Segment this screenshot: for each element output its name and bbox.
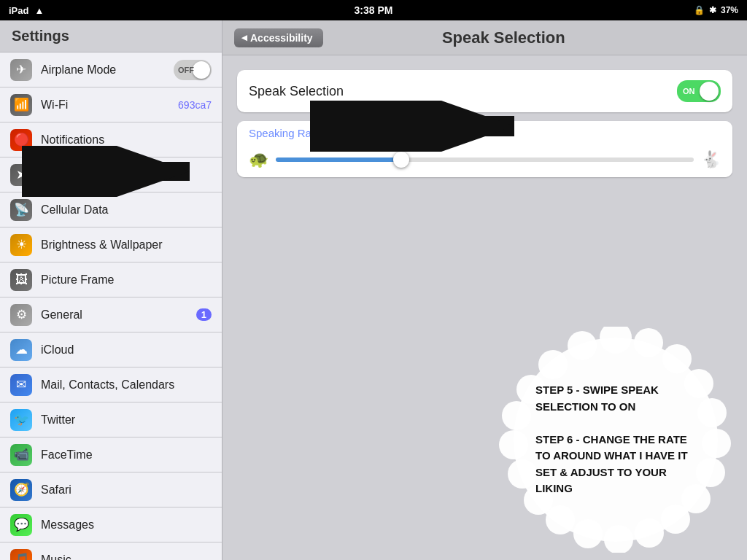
general-icon: ⚙ <box>10 304 32 326</box>
main-layout: Settings ✈ Airplane Mode OFF 📶 Wi-Fi 693… <box>0 20 747 560</box>
sidebar: Settings ✈ Airplane Mode OFF 📶 Wi-Fi 693… <box>0 20 222 560</box>
back-button[interactable]: Accessibility <box>234 28 323 47</box>
status-bar: iPad ▲ 3:38 PM 🔒 ✱ 37% <box>0 0 747 20</box>
speak-selection-row: Speak Selection ON <box>237 70 732 112</box>
bluetooth-icon: ✱ <box>709 5 716 15</box>
page-title: Speak Selection <box>330 28 677 47</box>
sidebar-item-brightness[interactable]: ☀ Brightness & Wallpaper <box>0 228 222 262</box>
sidebar-item-icloud[interactable]: ☁ iCloud <box>0 332 222 368</box>
speak-selection-card: Speak Selection ON <box>237 70 732 112</box>
general-badge: 1 <box>196 308 212 321</box>
status-right: 🔒 ✱ 37% <box>694 5 738 15</box>
safari-icon: 🧭 <box>10 479 32 501</box>
picture-frame-label: Picture Frame <box>41 273 212 287</box>
speak-selection-toggle[interactable]: ON <box>677 80 721 102</box>
rabbit-icon: 🐇 <box>701 150 721 169</box>
svg-point-18 <box>502 401 531 430</box>
svg-point-3 <box>634 328 663 357</box>
content-body: Speak Selection ON Speaking Rate 🐢 🐇 <box>222 55 747 560</box>
mail-icon: ✉ <box>10 374 32 396</box>
location-icon: ➤ <box>10 164 32 186</box>
speaking-rate-label: Speaking Rate <box>237 121 732 142</box>
speak-selection-label: Speak Selection <box>249 84 668 99</box>
sidebar-item-safari[interactable]: 🧭 Safari <box>0 472 222 508</box>
facetime-icon: 📹 <box>10 444 32 466</box>
status-time: 3:38 PM <box>355 4 393 16</box>
sidebar-header: Settings <box>0 20 222 52</box>
sidebar-item-location[interactable]: ➤ Location Services <box>0 158 222 192</box>
airplane-label: Airplane Mode <box>41 63 165 77</box>
mail-label: Mail, Contacts, Calendars <box>41 378 212 392</box>
svg-point-21 <box>568 331 597 360</box>
messages-label: Messages <box>41 518 212 532</box>
facetime-label: FaceTime <box>41 448 212 462</box>
sidebar-item-facetime[interactable]: 📹 FaceTime <box>0 438 222 472</box>
brightness-icon: ☀ <box>10 234 32 256</box>
twitter-icon: 🐦 <box>10 409 32 431</box>
svg-point-10 <box>661 505 690 534</box>
device-label: iPad <box>9 5 28 16</box>
svg-point-11 <box>635 518 664 548</box>
cellular-label: Cellular Data <box>41 203 212 217</box>
svg-point-14 <box>546 505 575 534</box>
location-label: Location Services <box>41 168 212 182</box>
rate-slider-track <box>276 158 694 162</box>
sidebar-item-twitter[interactable]: 🐦 Twitter <box>0 402 222 438</box>
cellular-icon: 📡 <box>10 199 32 221</box>
wifi-value: 693ca7 <box>178 99 212 111</box>
rate-slider-thumb[interactable] <box>393 152 409 168</box>
brightness-label: Brightness & Wallpaper <box>41 238 212 252</box>
svg-point-7 <box>702 429 731 458</box>
sidebar-item-wifi[interactable]: 📶 Wi-Fi 693ca7 <box>0 88 222 122</box>
sidebar-item-cellular[interactable]: 📡 Cellular Data <box>0 192 222 228</box>
icloud-icon: ☁ <box>10 339 32 361</box>
wifi-icon: 📶 <box>10 94 32 116</box>
svg-point-4 <box>662 344 692 373</box>
svg-point-16 <box>508 459 537 489</box>
speaking-rate-card: Speaking Rate 🐢 🐇 <box>237 121 732 177</box>
svg-point-17 <box>499 430 528 459</box>
lock-icon: 🔒 <box>694 5 705 15</box>
airplane-icon: ✈ <box>10 59 32 81</box>
sidebar-item-mail[interactable]: ✉ Mail, Contacts, Calendars <box>0 368 222 402</box>
sidebar-item-general[interactable]: ⚙ General 1 <box>0 298 222 332</box>
sidebar-item-music[interactable]: 🎵 Music <box>0 542 222 560</box>
sidebar-item-airplane-mode[interactable]: ✈ Airplane Mode OFF <box>0 52 222 88</box>
status-left: iPad ▲ <box>9 5 44 16</box>
music-label: Music <box>41 553 212 561</box>
svg-point-8 <box>696 458 725 487</box>
wifi-label: Wi-Fi <box>41 98 169 112</box>
sidebar-item-notifications[interactable]: 🔴 Notifications <box>0 122 222 158</box>
cloud-annotation: STEP 5 - SWIPE SPEAK SELECTION TO ONSTEP… <box>499 327 732 553</box>
battery-label: 37% <box>721 5 738 15</box>
wifi-icon: ▲ <box>34 5 44 16</box>
twitter-label: Twitter <box>41 413 212 427</box>
messages-icon: 💬 <box>10 514 32 536</box>
turtle-icon: 🐢 <box>249 150 268 169</box>
notifications-label: Notifications <box>41 133 212 147</box>
airplane-toggle[interactable]: OFF <box>174 60 212 80</box>
svg-point-6 <box>697 398 727 427</box>
sidebar-item-picture-frame[interactable]: 🖼 Picture Frame <box>0 262 222 298</box>
rate-slider-container[interactable] <box>276 149 694 170</box>
content-area: Accessibility Speak Selection Speak Sele… <box>222 20 747 560</box>
sidebar-item-messages[interactable]: 💬 Messages <box>0 508 222 542</box>
icloud-label: iCloud <box>41 343 212 357</box>
safari-label: Safari <box>41 483 212 497</box>
speaking-rate-row: 🐢 🐇 <box>237 142 732 177</box>
svg-point-13 <box>573 519 603 548</box>
svg-point-20 <box>538 350 568 379</box>
general-label: General <box>41 308 187 322</box>
music-icon: 🎵 <box>10 549 32 561</box>
content-nav: Accessibility Speak Selection <box>222 20 747 55</box>
cloud-text: STEP 5 - SWIPE SPEAK SELECTION TO ONSTEP… <box>535 382 696 497</box>
notifications-icon: 🔴 <box>10 129 32 151</box>
picture-frame-icon: 🖼 <box>10 269 32 291</box>
